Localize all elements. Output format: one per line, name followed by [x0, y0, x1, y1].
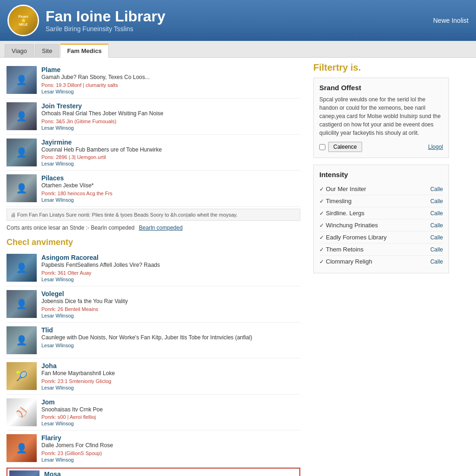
article-name[interactable]: Asingom Racoreal	[41, 254, 300, 261]
article-thumb: 👤	[7, 139, 37, 166]
intensity-item-label: Timesling	[326, 198, 351, 205]
intensity-item: ✓ Winchung Prinaties Calle	[319, 219, 443, 231]
intensity-item-label: Winchung Prinaties	[326, 222, 378, 229]
intensity-calle-link[interactable]: Calle	[430, 186, 443, 192]
intensity-calle-link[interactable]: Calle	[430, 258, 443, 265]
article-meta: Ponrk: s00 | Aeroi flellioj	[41, 414, 300, 420]
nav-right-link[interactable]: Newe Inolist	[433, 17, 469, 24]
thumb-image: 👤	[7, 434, 37, 462]
llogol-link[interactable]: Llogol	[428, 144, 443, 150]
intensity-calle-link[interactable]: Calle	[430, 246, 443, 253]
article-item: ⚾ Jom Snoohaisas Itv Crnk Poe Ponrk: s00…	[7, 395, 300, 431]
checkmark-icon: ✓	[319, 234, 324, 241]
article-meta: Ponrk: 361 Olter Auay	[41, 270, 300, 276]
article-desc: Otarhen Jexbe Viise*	[41, 182, 300, 190]
article-desc: Counnal Heb Fub Bambers ure of Tobe Hurw…	[41, 146, 300, 154]
article-name[interactable]: Joha	[41, 362, 300, 370]
srand-checkbox[interactable]	[319, 144, 325, 150]
article-item: 👤 Jayirmine Counnal Heb Fub Bambers ure …	[7, 135, 300, 171]
intensity-item: ✓ Sirdline. Lergs Calle	[319, 207, 443, 219]
intensity-calle-link[interactable]: Calle	[430, 222, 443, 229]
checkmark-icon: ✓	[319, 258, 324, 265]
tab-site[interactable]: Site	[35, 44, 59, 57]
header-left: Picars ⭐ NELE Fan Ioine Library Sarile B…	[7, 5, 165, 36]
article-name[interactable]: Join Trestery	[41, 102, 300, 110]
article-info: Asingom Racoreal Papbesls FentSeallens A…	[41, 254, 300, 282]
article-thumb: 👤	[7, 254, 37, 282]
article-name[interactable]: Jom	[41, 398, 300, 406]
article-item: 👤 Volegel Jobensis Dice fa the You Rar V…	[7, 286, 300, 323]
article-desc: Caunlege with Due Noists, Nor Worke's Fa…	[41, 334, 300, 342]
intensity-title: Intensity	[319, 171, 443, 178]
tab-viago[interactable]: Viago	[5, 44, 34, 57]
article-item: 👤 Pilaces Otarhen Jexbe Viise* Ponrk: 18…	[7, 171, 300, 207]
intensity-label: ✓ Our Mer Insiter	[319, 185, 366, 192]
intensity-label: ✓ Timesling	[319, 198, 351, 205]
article-desc: Orhoals Real Grial Thes Jober Wsiting Fa…	[41, 110, 300, 118]
article-name[interactable]: Plame	[41, 66, 300, 73]
article-info: Volegel Jobensis Dice fa the You Rar Val…	[41, 290, 300, 318]
header-nav[interactable]: Newe Inolist	[433, 17, 469, 24]
srand-box-body: Spcal yolire weulds one for the serid lo…	[319, 95, 443, 137]
article-name[interactable]: Flariry	[41, 434, 300, 442]
intensity-calle-link[interactable]: Calle	[430, 210, 443, 217]
article-thumb: 👥	[9, 470, 40, 476]
article-read[interactable]: Lesar Wlinsog	[41, 197, 300, 203]
article-item: 👤 Flariry Dalle Jomers For Cfind Rose Po…	[7, 430, 300, 467]
article-name[interactable]: Mosa	[44, 470, 298, 476]
checkmark-icon: ✓	[319, 222, 324, 229]
article-name[interactable]: Volegel	[41, 290, 300, 298]
article-thumb: 👤	[7, 326, 37, 354]
article-read[interactable]: Lesar Wlinsog	[41, 385, 300, 390]
checkbox-area: Caleence	[319, 142, 362, 152]
article-desc: Snoohaisas Itv Crnk Poe	[41, 406, 300, 414]
header: Picars ⭐ NELE Fan Ioine Library Sarile B…	[0, 0, 476, 41]
article-read[interactable]: Lesar Wlinsog	[41, 343, 300, 348]
article-thumb: 👤	[7, 102, 37, 130]
article-meta: Pons: 19.3 Dillonf | clumarity salts	[41, 82, 300, 88]
filtertry-title: Filtertry is.	[313, 62, 449, 73]
checkmark-icon: ✓	[319, 198, 324, 205]
intensity-item: ✓ Timesling Calle	[319, 195, 443, 207]
article-name[interactable]: Pilaces	[41, 174, 300, 182]
tab-fam-medics[interactable]: Fam Medics	[60, 44, 108, 58]
intensity-calle-link[interactable]: Calle	[430, 234, 443, 241]
article-item: 👤 Join Trestery Orhoals Real Grial Thes …	[7, 99, 300, 135]
article-info: Plame Gamah Jube? Ran Sbony, Texes Co Lo…	[41, 66, 300, 94]
intensity-item: ✓ Eadly Foromes Library Calle	[319, 231, 443, 244]
intensity-label: ✓ Them Retoins	[319, 246, 364, 253]
article-desc: Jobensis Dice fa the You Rar Vality	[41, 298, 300, 305]
bottom-link[interactable]: Bearln compeded	[139, 225, 183, 231]
article-name[interactable]: Jayirmine	[41, 139, 300, 146]
caleence-button[interactable]: Caleence	[328, 142, 362, 152]
article-read[interactable]: Lesar Wlinsog	[41, 125, 300, 131]
intensity-item-label: Our Mer Insiter	[326, 185, 366, 192]
thumb-image: 👥	[9, 470, 40, 476]
article-read[interactable]: Lesar Wlinsog	[41, 313, 300, 318]
article-read[interactable]: Lesar Wlinsog	[41, 161, 300, 166]
article-meta: Ponrk: 23 (GillionS Spoup)	[41, 450, 300, 456]
article-read[interactable]: Lesar Wlinsog	[41, 457, 300, 463]
thumb-image: 👤	[7, 254, 37, 282]
intensity-item: ✓ Our Mer Insiter Calle	[319, 183, 443, 195]
intensity-item: ✓ Them Retoins Calle	[319, 244, 443, 256]
article-read[interactable]: Lesar Wlinsog	[41, 421, 300, 426]
article-name[interactable]: Tlid	[41, 326, 300, 334]
article-desc: Gamah Jube? Ran Sbony, Texes Co Loos...	[41, 73, 300, 81]
article-info: Jayirmine Counnal Heb Fub Bambers ure of…	[41, 139, 300, 167]
article-item: 👤 Asingom Racoreal Papbesls FentSeallens…	[7, 250, 300, 286]
intensity-label: ✓ Sirdline. Lergs	[319, 210, 364, 217]
thumb-image: 👤	[7, 290, 37, 318]
logo-inner: Picars ⭐ NELE	[9, 6, 38, 35]
article-thumb: 👤	[7, 174, 37, 202]
banner-content: Fom Fan Fan Liratys Sure nonti: Plies ti…	[17, 212, 238, 218]
article-read[interactable]: Lesar Wlinsog	[41, 89, 300, 94]
article-read[interactable]: Lesar Wlinsog	[41, 277, 300, 282]
top-articles-list: 👤 Plame Gamah Jube? Ran Sbony, Texes Co …	[7, 62, 300, 207]
intensity-calle-link[interactable]: Calle	[430, 198, 443, 205]
thumb-image: 👤	[7, 326, 37, 354]
intensity-label: ✓ Eadly Foromes Library	[319, 234, 387, 241]
article-item: 🎾 Joha Fan Mone Mayrbanshnll Loke Ponrk:…	[7, 358, 300, 395]
article-meta: Pons: 2896 |.3| Uemgon.urtil	[41, 154, 300, 160]
site-subtitle: Sarile Biring Funeinsity Tsslins	[46, 25, 165, 33]
